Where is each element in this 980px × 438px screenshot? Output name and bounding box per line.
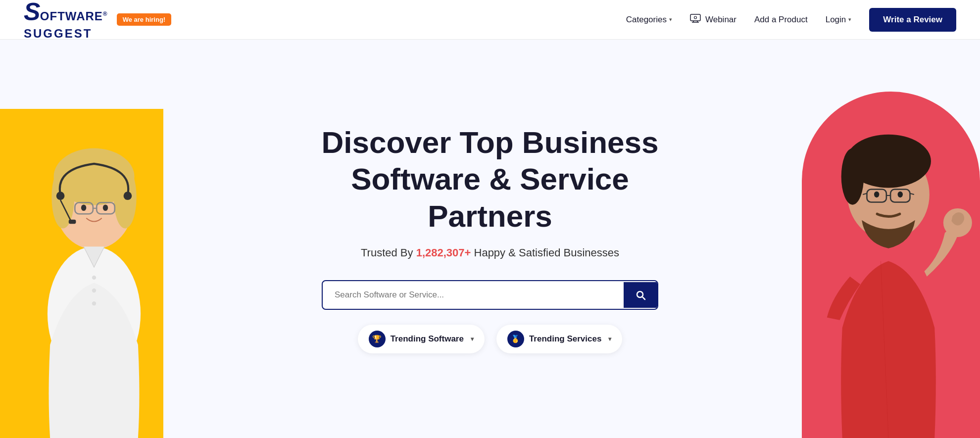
left-person-figure xyxy=(10,97,178,438)
chevron-down-icon: ▾ xyxy=(669,16,672,23)
nav-links: Categories ▾ Webinar Add a Product Login… xyxy=(626,8,956,32)
svg-rect-19 xyxy=(69,220,76,224)
svg-point-32 xyxy=(874,192,879,197)
chevron-down-icon: ▾ xyxy=(471,336,474,342)
navbar: SOFTWARE® SUGGEST We are hiring! Categor… xyxy=(0,0,980,40)
svg-point-14 xyxy=(81,205,86,211)
hero-title: Discover Top Business Software & Service… xyxy=(292,124,688,235)
svg-point-16 xyxy=(56,192,65,200)
svg-point-17 xyxy=(124,192,132,200)
logo-brand2: SUGGEST xyxy=(24,27,92,40)
hero-right-person xyxy=(797,82,980,438)
svg-point-33 xyxy=(898,192,903,197)
nav-login[interactable]: Login ▾ xyxy=(826,15,852,25)
search-container xyxy=(322,280,658,310)
svg-point-22 xyxy=(92,301,96,305)
search-button[interactable] xyxy=(624,282,657,308)
hiring-badge[interactable]: We are hiring! xyxy=(117,13,171,26)
trending-services-button[interactable]: 🥇 Trending Services ▾ xyxy=(496,325,622,353)
medal-icon: 🥇 xyxy=(507,331,524,347)
svg-point-20 xyxy=(92,276,96,280)
logo[interactable]: SOFTWARE® SUGGEST xyxy=(24,0,108,41)
logo-brand: OFTWARE® xyxy=(40,9,108,23)
hero-left-person xyxy=(0,97,168,438)
logo-s-letter: S xyxy=(24,0,40,26)
svg-point-21 xyxy=(92,289,96,292)
trending-software-button[interactable]: 🏆 Trending Software ▾ xyxy=(358,325,485,353)
webinar-icon xyxy=(690,14,701,25)
nav-webinar[interactable]: Webinar xyxy=(690,14,736,25)
trophy-icon: 🏆 xyxy=(369,331,386,347)
hero-subtitle: Trusted By 1,282,307+ Happy & Satisfied … xyxy=(292,246,688,259)
chevron-down-icon: ▾ xyxy=(848,16,851,23)
search-input[interactable] xyxy=(323,281,624,309)
trusted-count: 1,282,307+ xyxy=(416,246,471,259)
svg-point-4 xyxy=(694,16,696,19)
right-person-figure xyxy=(797,82,980,438)
search-icon xyxy=(635,289,646,301)
write-review-button[interactable]: Write a Review xyxy=(869,8,956,32)
svg-point-15 xyxy=(103,205,108,211)
logo-area: SOFTWARE® SUGGEST We are hiring! xyxy=(24,0,171,41)
chevron-down-icon: ▾ xyxy=(608,336,611,342)
svg-point-26 xyxy=(841,148,864,205)
hero-section: Discover Top Business Software & Service… xyxy=(0,40,980,438)
nav-categories[interactable]: Categories ▾ xyxy=(626,15,672,25)
nav-add-product[interactable]: Add a Product xyxy=(754,15,808,25)
hero-content: Discover Top Business Software & Service… xyxy=(292,124,688,353)
trending-row: 🏆 Trending Software ▾ 🥇 Trending Service… xyxy=(292,325,688,353)
svg-rect-0 xyxy=(690,14,700,21)
